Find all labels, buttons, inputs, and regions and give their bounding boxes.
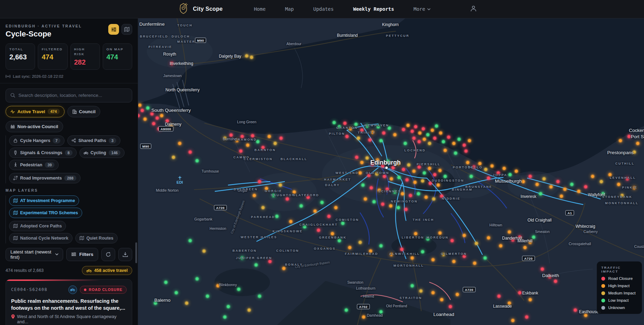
map-marker[interactable] (423, 138, 426, 141)
map-marker[interactable] (373, 200, 376, 203)
map-marker[interactable] (498, 295, 501, 298)
layer-chip-national-cycle-network[interactable]: National Cycle Network (9, 233, 73, 243)
map-marker[interactable] (532, 236, 535, 239)
map-marker[interactable] (362, 316, 365, 319)
map-marker[interactable] (366, 157, 369, 160)
map-marker[interactable] (529, 175, 532, 178)
map-marker[interactable] (355, 123, 358, 126)
map-marker[interactable] (591, 175, 594, 178)
sort-select[interactable]: Latest start (newest first) (6, 248, 63, 261)
map-marker[interactable] (346, 135, 349, 138)
map-marker[interactable] (196, 277, 199, 281)
layer-chip-at-investment-programme[interactable]: AT Investment Programme (9, 195, 79, 206)
filters-button[interactable]: Filters (66, 248, 98, 261)
map-marker[interactable] (465, 150, 468, 153)
map-marker[interactable] (141, 109, 144, 112)
nav-item-map[interactable]: Map (285, 6, 294, 12)
map-toggle-button[interactable] (121, 24, 132, 35)
map-marker[interactable] (560, 195, 563, 198)
map-marker[interactable] (515, 170, 518, 173)
map-marker[interactable] (248, 309, 251, 312)
map-marker[interactable] (345, 309, 348, 312)
map-marker[interactable] (333, 121, 336, 124)
map-marker[interactable] (428, 167, 431, 170)
map-marker[interactable] (255, 264, 258, 267)
active-travel-badge[interactable]: 458 active travel (82, 266, 132, 275)
map-marker[interactable] (463, 144, 466, 147)
map-marker[interactable] (475, 242, 478, 245)
map-marker[interactable] (451, 239, 454, 242)
map-marker[interactable] (617, 183, 620, 186)
map-marker[interactable] (487, 177, 490, 180)
map-marker[interactable] (314, 210, 317, 213)
filter-chip-cycle-hangers[interactable]: Cycle Hangers7 (9, 135, 65, 146)
map-marker[interactable] (413, 170, 416, 173)
map-marker[interactable] (269, 260, 272, 263)
map-marker[interactable] (470, 175, 473, 178)
map-marker[interactable] (397, 206, 400, 209)
nav-item-updates[interactable]: Updates (313, 6, 334, 12)
map-marker[interactable] (227, 305, 230, 308)
map-marker[interactable] (380, 244, 383, 248)
map-marker[interactable] (484, 257, 487, 260)
map-marker[interactable] (380, 139, 383, 142)
map-marker[interactable] (554, 280, 557, 283)
map-marker[interactable] (413, 137, 416, 140)
map-marker[interactable] (411, 257, 414, 260)
map-marker[interactable] (414, 181, 417, 184)
map-marker[interactable] (636, 142, 639, 145)
map-marker[interactable] (411, 130, 414, 133)
map-marker[interactable] (478, 162, 482, 165)
layer-chip-experimental-tro-schemes[interactable]: Experimental TRO Schemes (9, 208, 82, 218)
map-marker[interactable] (456, 293, 459, 296)
map-marker[interactable] (156, 117, 159, 120)
map-marker[interactable] (178, 142, 181, 145)
map-marker[interactable] (418, 140, 421, 143)
map-marker[interactable] (189, 239, 192, 242)
map-marker[interactable] (381, 203, 384, 206)
map-marker[interactable] (428, 142, 431, 145)
map-marker[interactable] (362, 184, 365, 187)
map-marker[interactable] (444, 149, 447, 152)
map-marker[interactable] (282, 267, 286, 270)
map-marker[interactable] (432, 198, 435, 201)
map-marker[interactable] (491, 165, 494, 168)
map-marker[interactable] (536, 183, 539, 186)
filter-chip-shared-paths[interactable]: Shared Paths3 (67, 135, 120, 146)
map-marker[interactable] (440, 298, 443, 301)
map-marker[interactable] (435, 125, 438, 128)
map-marker[interactable] (454, 152, 457, 155)
filter-chip-pedestrian[interactable]: Pedestrian39 (9, 160, 59, 170)
map-marker[interactable] (557, 180, 560, 183)
map-marker[interactable] (300, 205, 303, 208)
map-marker[interactable] (574, 309, 577, 312)
map-marker[interactable] (331, 232, 334, 235)
map-marker[interactable] (279, 184, 282, 187)
map-marker[interactable] (508, 231, 511, 234)
map-marker[interactable] (151, 112, 154, 116)
map-marker[interactable] (321, 201, 324, 204)
map-marker[interactable] (600, 180, 603, 183)
map-marker[interactable] (400, 248, 404, 251)
map-marker[interactable] (262, 206, 265, 209)
map-marker[interactable] (317, 229, 320, 232)
map-marker[interactable] (341, 222, 345, 225)
search-bar[interactable] (6, 89, 132, 102)
map-marker[interactable] (172, 156, 175, 159)
map-marker[interactable] (411, 284, 414, 288)
map-marker[interactable] (503, 167, 506, 170)
map-marker[interactable] (405, 208, 408, 211)
map-marker[interactable] (458, 138, 461, 141)
layer-chip-quiet-routes[interactable]: Quiet Routes (75, 233, 118, 243)
map-marker[interactable] (447, 136, 450, 139)
map-marker[interactable] (619, 139, 622, 142)
map-marker[interactable] (152, 122, 155, 125)
map-marker[interactable] (258, 180, 261, 183)
map-marker[interactable] (417, 192, 420, 195)
map-marker[interactable] (541, 268, 544, 271)
map-marker[interactable] (522, 180, 525, 183)
map-marker[interactable] (422, 127, 425, 131)
map-marker[interactable] (429, 182, 432, 185)
map-marker[interactable] (452, 142, 456, 145)
map-marker[interactable] (239, 150, 243, 153)
